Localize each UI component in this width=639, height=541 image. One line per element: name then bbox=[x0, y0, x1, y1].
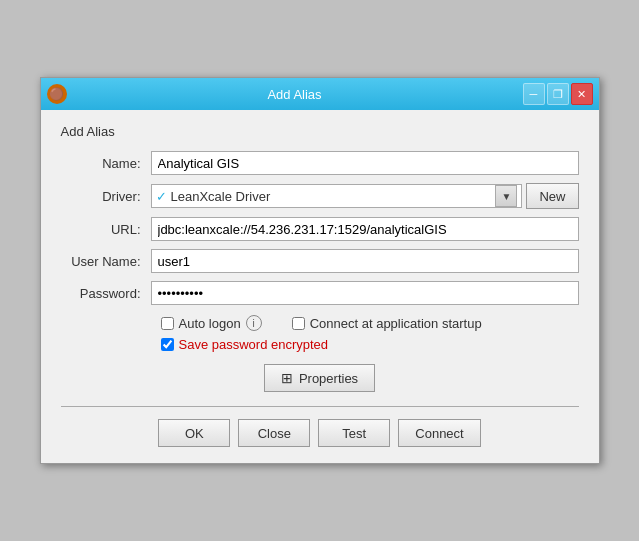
test-button[interactable]: Test bbox=[318, 419, 390, 447]
autologon-checkbox[interactable] bbox=[161, 317, 174, 330]
connect-startup-checkbox[interactable] bbox=[292, 317, 305, 330]
password-input[interactable] bbox=[151, 281, 579, 305]
app-icon: 🟤 bbox=[47, 84, 67, 104]
autologon-label[interactable]: Auto logon i bbox=[161, 315, 262, 331]
connect-button[interactable]: Connect bbox=[398, 419, 480, 447]
window-title: Add Alias bbox=[67, 87, 523, 102]
password-row: Password: bbox=[61, 281, 579, 305]
save-password-row: Save password encrypted bbox=[61, 337, 579, 352]
properties-button[interactable]: ⊞ Properties bbox=[264, 364, 375, 392]
driver-select[interactable]: ✓ LeanXcale Driver ▼ bbox=[151, 184, 523, 208]
username-row: User Name: bbox=[61, 249, 579, 273]
driver-text: LeanXcale Driver bbox=[171, 189, 496, 204]
name-label: Name: bbox=[61, 156, 151, 171]
url-row: URL: bbox=[61, 217, 579, 241]
info-icon: i bbox=[246, 315, 262, 331]
checkbox-row: Auto logon i Connect at application star… bbox=[61, 315, 579, 331]
titlebar-controls: ─ ❐ ✕ bbox=[523, 83, 593, 105]
driver-dropdown-button[interactable]: ▼ bbox=[495, 185, 517, 207]
driver-label: Driver: bbox=[61, 189, 151, 204]
close-window-button[interactable]: ✕ bbox=[571, 83, 593, 105]
footer-divider bbox=[61, 406, 579, 407]
save-password-label[interactable]: Save password encrypted bbox=[161, 337, 329, 352]
name-input[interactable] bbox=[151, 151, 579, 175]
titlebar-left: 🟤 bbox=[47, 84, 67, 104]
password-label: Password: bbox=[61, 286, 151, 301]
section-title: Add Alias bbox=[61, 124, 579, 139]
new-driver-button[interactable]: New bbox=[526, 183, 578, 209]
driver-row: Driver: ✓ LeanXcale Driver ▼ New bbox=[61, 183, 579, 209]
username-input[interactable] bbox=[151, 249, 579, 273]
close-dialog-button[interactable]: Close bbox=[238, 419, 310, 447]
name-row: Name: bbox=[61, 151, 579, 175]
footer-buttons: OK Close Test Connect bbox=[61, 419, 579, 447]
properties-row: ⊞ Properties bbox=[61, 364, 579, 392]
driver-check-icon: ✓ bbox=[156, 189, 167, 204]
properties-icon: ⊞ bbox=[281, 370, 293, 386]
dialog-content: Add Alias Name: Driver: ✓ LeanXcale Driv… bbox=[41, 110, 599, 463]
restore-button[interactable]: ❐ bbox=[547, 83, 569, 105]
minimize-button[interactable]: ─ bbox=[523, 83, 545, 105]
main-window: 🟤 Add Alias ─ ❐ ✕ Add Alias Name: Driver… bbox=[40, 77, 600, 464]
url-label: URL: bbox=[61, 222, 151, 237]
username-label: User Name: bbox=[61, 254, 151, 269]
titlebar: 🟤 Add Alias ─ ❐ ✕ bbox=[41, 78, 599, 110]
save-password-checkbox[interactable] bbox=[161, 338, 174, 351]
ok-button[interactable]: OK bbox=[158, 419, 230, 447]
url-input[interactable] bbox=[151, 217, 579, 241]
connect-startup-label[interactable]: Connect at application startup bbox=[292, 316, 482, 331]
